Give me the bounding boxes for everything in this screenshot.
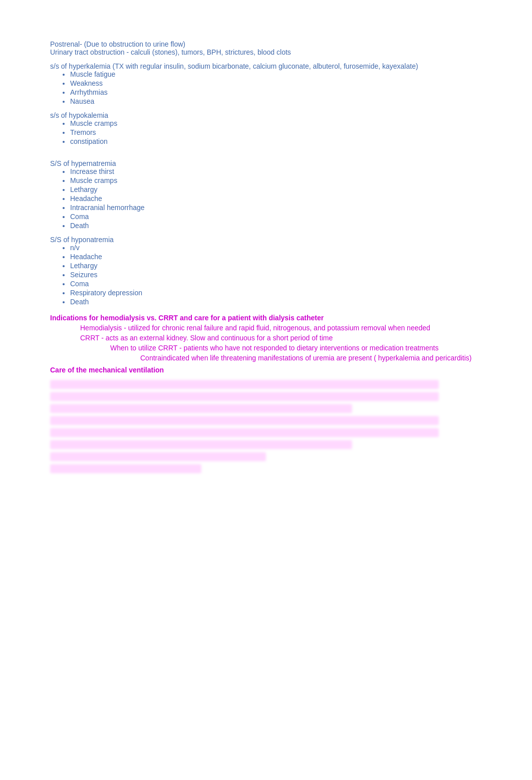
postrenal-section: Postrenal- (Due to obstruction to urine … bbox=[50, 40, 482, 56]
blurred-line bbox=[50, 404, 352, 413]
hemodialysis-section: Indications for hemodialysis vs. CRRT an… bbox=[50, 314, 482, 374]
list-item: n/v bbox=[70, 244, 482, 252]
list-item: Seizures bbox=[70, 271, 482, 279]
list-item: Increase thirst bbox=[70, 167, 482, 175]
hemodialysis-heading: Indications for hemodialysis vs. CRRT an… bbox=[50, 314, 482, 322]
care-heading: Care of the mechanical ventilation bbox=[50, 366, 482, 374]
hypernatremia-label: S/S of hypernatremia bbox=[50, 159, 482, 167]
list-item: Intracranial hemorrhage bbox=[70, 204, 482, 212]
blurred-line bbox=[50, 440, 352, 449]
list-item: Lethargy bbox=[70, 262, 482, 270]
list-item: constipation bbox=[70, 137, 482, 145]
list-item: Muscle cramps bbox=[70, 119, 482, 127]
list-item: Nausea bbox=[70, 97, 482, 105]
hyponatremia-label: S/S of hyponatremia bbox=[50, 236, 482, 244]
when-crrt-text: When to utilize CRRT - patients who have… bbox=[110, 344, 439, 352]
hyperkalemia-label: s/s of hyperkalemia (TX with regular ins… bbox=[50, 62, 482, 70]
contraindicated-text: Contraindicated when life threatening ma… bbox=[140, 354, 471, 362]
hypokalemia-section: s/s of hypokalemia Muscle cramps Tremors… bbox=[50, 111, 482, 145]
postrenal-detail: Urinary tract obstruction - calculi (sto… bbox=[50, 48, 482, 56]
hypernatremia-section: S/S of hypernatremia Increase thirst Mus… bbox=[50, 151, 482, 230]
blurred-line bbox=[50, 416, 439, 425]
hyponatremia-list: n/v Headache Lethargy Seizures Coma Resp… bbox=[50, 244, 482, 306]
list-item: Tremors bbox=[70, 128, 482, 136]
blurred-line bbox=[50, 380, 439, 389]
hypernatremia-list: Increase thirst Muscle cramps Lethargy H… bbox=[50, 167, 482, 230]
postrenal-heading: Postrenal- (Due to obstruction to urine … bbox=[50, 40, 482, 48]
list-item: Death bbox=[70, 298, 482, 306]
list-item: Muscle fatigue bbox=[70, 70, 482, 78]
hypokalemia-label: s/s of hypokalemia bbox=[50, 111, 482, 119]
list-item: Headache bbox=[70, 194, 482, 203]
hemodialysis-text: Hemodialysis - utilized for chronic rena… bbox=[80, 324, 430, 332]
blurred-content bbox=[50, 380, 482, 473]
list-item: Lethargy bbox=[70, 185, 482, 193]
list-item: Headache bbox=[70, 253, 482, 261]
blurred-line bbox=[50, 452, 266, 461]
list-item: Death bbox=[70, 222, 482, 230]
list-item: Muscle cramps bbox=[70, 176, 482, 184]
list-item: Weakness bbox=[70, 79, 482, 87]
blurred-line bbox=[50, 392, 439, 401]
crrt-text: CRRT - acts as an external kidney. Slow … bbox=[80, 334, 333, 342]
hyponatremia-section: S/S of hyponatremia n/v Headache Letharg… bbox=[50, 236, 482, 306]
blurred-line bbox=[50, 464, 201, 473]
hyperkalemia-list: Muscle fatigue Weakness Arrhythmias Naus… bbox=[50, 70, 482, 105]
list-item: Arrhythmias bbox=[70, 88, 482, 96]
hypokalemia-list: Muscle cramps Tremors constipation bbox=[50, 119, 482, 145]
list-item: Coma bbox=[70, 213, 482, 221]
blurred-line bbox=[50, 428, 439, 437]
list-item: Coma bbox=[70, 280, 482, 288]
list-item: Respiratory depression bbox=[70, 289, 482, 297]
hyperkalemia-section: s/s of hyperkalemia (TX with regular ins… bbox=[50, 62, 482, 105]
